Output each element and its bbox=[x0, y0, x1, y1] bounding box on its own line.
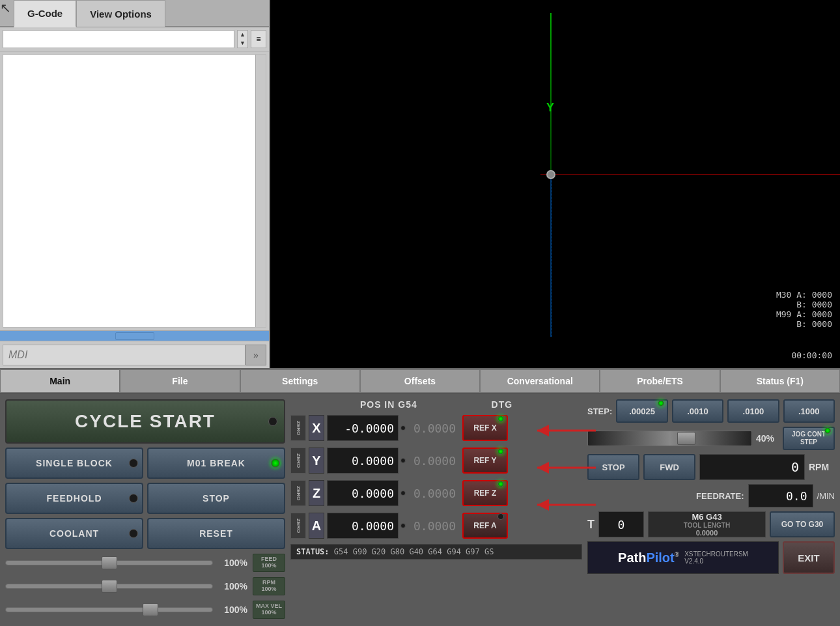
feed-slider-row: 100% FEED100% bbox=[5, 553, 285, 573]
m30a-label: M30 A: 0000 bbox=[776, 290, 832, 300]
cycle-start-button[interactable]: CYCLE START bbox=[5, 399, 285, 444]
x-axis-label: X bbox=[309, 415, 324, 441]
a-pos-dot bbox=[400, 523, 406, 528]
ref-x-led bbox=[497, 416, 504, 422]
x-zero-button[interactable]: ZERO bbox=[290, 415, 306, 441]
menu-button[interactable]: ≡ bbox=[251, 30, 266, 48]
rpm-display: 0 bbox=[699, 454, 805, 480]
x-axis-line bbox=[540, 174, 840, 175]
single-block-button[interactable]: SINGLE BLOCK bbox=[5, 448, 143, 479]
pp-model-label: XSTECHROUTERSMV2.4.0 bbox=[684, 550, 748, 565]
feed-slider-pct: 100% bbox=[218, 558, 247, 568]
control-row-1: SINGLE BLOCK M01 BREAK bbox=[5, 448, 285, 479]
spindle-stop-button[interactable]: STOP bbox=[587, 454, 639, 480]
nav-tab-file[interactable]: File bbox=[120, 369, 240, 393]
a-pos-value: 0.0000 bbox=[327, 513, 399, 539]
step-0010-button[interactable]: .0010 bbox=[672, 399, 723, 423]
rpm-slider-row: 100% RPM100% bbox=[5, 576, 285, 596]
feed-slider-label: FEED100% bbox=[253, 554, 285, 572]
nav-tab-status[interactable]: Status (F1) bbox=[720, 369, 840, 393]
gcode-editor[interactable] bbox=[3, 54, 266, 328]
stop-button[interactable]: STOP bbox=[147, 483, 285, 514]
jog-cont-step-button[interactable]: JOG CONTSTEP bbox=[783, 427, 835, 450]
gcode-scrollbar-horizontal[interactable] bbox=[0, 330, 269, 341]
jog-slider-thumb[interactable] bbox=[677, 432, 695, 445]
nav-tabs: Main File Settings Offsets Conversationa… bbox=[0, 368, 840, 394]
maxvel-slider-row: 100% MAX VEL100% bbox=[5, 600, 285, 619]
feedrate-label: FEEDRATE: bbox=[587, 491, 744, 501]
a-dtg-value: 0.0000 bbox=[401, 513, 460, 539]
middle-controls: POS IN G54 DTG ZERO X -0.0000 0.0000 REF… bbox=[290, 399, 582, 621]
right-controls: STEP: .00025 .0010 .0100 .1000 40% bbox=[587, 399, 835, 621]
feed-slider-thumb[interactable] bbox=[102, 556, 117, 569]
x-dtg-value: 0.0000 bbox=[401, 415, 460, 441]
step-00025-button[interactable]: .00025 bbox=[616, 399, 667, 423]
gcode-scrollbar-vertical[interactable] bbox=[255, 55, 266, 327]
tab-view-options[interactable]: View Options bbox=[76, 0, 165, 27]
ref-a-led bbox=[497, 513, 504, 520]
maxvel-slider-thumb[interactable] bbox=[143, 603, 158, 616]
feedrate-display: 0.0 bbox=[748, 484, 813, 507]
tab-gcode[interactable]: G-Code bbox=[14, 0, 76, 27]
ref-z-led bbox=[497, 481, 504, 487]
rpm-slider-thumb[interactable] bbox=[102, 580, 117, 593]
y-dtg-value: 0.0000 bbox=[401, 448, 460, 474]
feed-slider-track[interactable] bbox=[5, 560, 213, 565]
feedhold-led bbox=[129, 494, 138, 503]
step-1000-button[interactable]: .1000 bbox=[783, 399, 835, 423]
y-zero-button[interactable]: ZERO bbox=[290, 448, 306, 474]
feedhold-button[interactable]: FEEDHOLD bbox=[5, 483, 143, 514]
ref-y-led bbox=[497, 448, 504, 455]
mdi-go-button[interactable]: » bbox=[245, 345, 266, 365]
left-controls: CYCLE START SINGLE BLOCK M01 BREAK FEEDH… bbox=[5, 399, 285, 621]
h-scroll-thumb bbox=[115, 332, 154, 340]
dtg-label: DTG bbox=[492, 399, 513, 410]
m01-break-button[interactable]: M01 BREAK bbox=[147, 448, 285, 479]
go-to-g30-button[interactable]: GO TO G30 bbox=[770, 511, 835, 537]
maxvel-slider-track[interactable] bbox=[5, 607, 213, 612]
tool-row: T 0 M6 G43 TOOL LENGTH 0.0000 GO TO G30 bbox=[587, 511, 835, 537]
y-pos-value: 0.0000 bbox=[327, 448, 399, 474]
rpm-unit-label: RPM bbox=[809, 462, 835, 472]
rpm-slider-track[interactable] bbox=[5, 584, 213, 589]
bottom-section: CYCLE START SINGLE BLOCK M01 BREAK FEEDH… bbox=[0, 394, 840, 626]
a-axis-label: A bbox=[309, 513, 324, 539]
m99b-label: B: 0000 bbox=[776, 319, 832, 329]
ref-z-button[interactable]: REF Z bbox=[462, 480, 508, 506]
nav-tab-conversational[interactable]: Conversational bbox=[480, 369, 600, 393]
a-zero-button[interactable]: ZERO bbox=[290, 513, 306, 539]
z-axis-label: Z bbox=[309, 480, 324, 506]
y-axis-label: Y bbox=[546, 101, 554, 115]
exit-button[interactable]: EXIT bbox=[783, 541, 835, 574]
pathpilot-row: PathPilot® XSTECHROUTERSMV2.4.0 EXIT bbox=[587, 541, 835, 574]
nav-tab-main[interactable]: Main bbox=[0, 369, 120, 393]
coolant-button[interactable]: COOLANT bbox=[5, 518, 143, 549]
spindle-fwd-button[interactable]: FWD bbox=[643, 454, 695, 480]
nav-tab-offsets[interactable]: Offsets bbox=[360, 369, 480, 393]
mdi-input[interactable] bbox=[3, 345, 245, 365]
y-axis-line bbox=[550, 13, 552, 182]
z-zero-button[interactable]: ZERO bbox=[290, 480, 306, 506]
ref-a-button[interactable]: REF A bbox=[462, 513, 508, 539]
ref-x-button[interactable]: REF X bbox=[462, 415, 508, 441]
reset-button[interactable]: RESET bbox=[147, 518, 285, 549]
x-pos-value: -0.0000 bbox=[327, 415, 399, 441]
nav-tab-settings[interactable]: Settings bbox=[240, 369, 360, 393]
y-axis-dotted bbox=[550, 174, 552, 337]
y-pos-dot bbox=[400, 458, 406, 463]
time-display: 00:00:00 bbox=[791, 350, 832, 360]
spin-button[interactable]: ▲ ▼ bbox=[237, 30, 248, 48]
single-block-led bbox=[129, 459, 138, 468]
a-axis-row: ZERO A 0.0000 0.0000 REF A bbox=[290, 511, 582, 540]
gcode-file-input[interactable] bbox=[3, 30, 234, 48]
tool-info-box: M6 G43 TOOL LENGTH 0.0000 bbox=[648, 511, 766, 537]
feedrate-row: FEEDRATE: 0.0 /MIN bbox=[587, 484, 835, 507]
control-row-3: COOLANT RESET bbox=[5, 518, 285, 549]
jog-slider-track[interactable] bbox=[587, 431, 752, 446]
step-0100-button[interactable]: .0100 bbox=[727, 399, 779, 423]
x-pos-dot bbox=[400, 425, 406, 431]
nav-tab-probe-ets[interactable]: Probe/ETS bbox=[600, 369, 720, 393]
jog-pct-label: 40% bbox=[756, 433, 779, 444]
step-row: STEP: .00025 .0010 .0100 .1000 bbox=[587, 399, 835, 423]
ref-y-button[interactable]: REF Y bbox=[462, 448, 508, 474]
